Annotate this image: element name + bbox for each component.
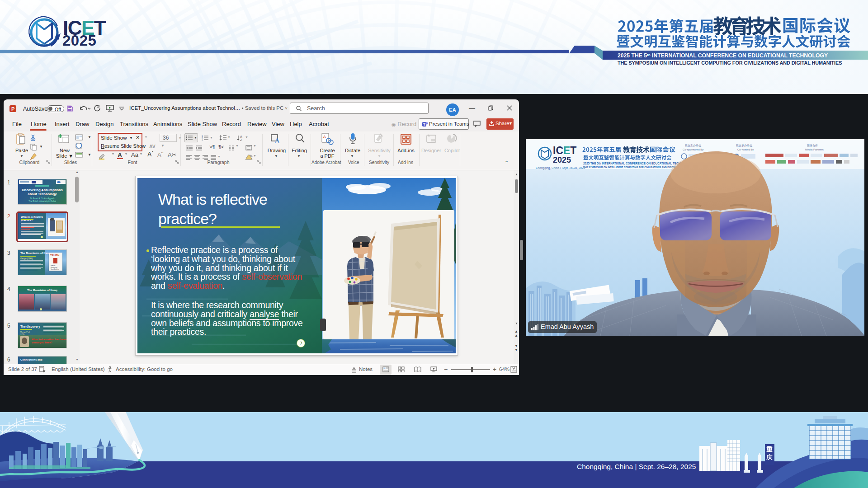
svg-text:3: 3 — [202, 139, 203, 141]
svg-text:A: A — [323, 135, 326, 139]
svg-text:THE SYMPOSIUM ON INTELLIGENT C: THE SYMPOSIUM ON INTELLIGENT COMPUTING F… — [618, 60, 842, 66]
svg-text:Chongqing, China | Sept. 26–28: Chongqing, China | Sept. 26–28, 2025 — [577, 463, 696, 470]
svg-text:Co-sponsored By: Co-sponsored By — [683, 148, 703, 151]
svg-text:Co-hosted By: Co-hosted By — [737, 148, 754, 151]
svg-text:Chongqing, China / Sept. 26-28: Chongqing, China / Sept. 26-28, 2025 — [536, 166, 585, 170]
svg-text:媒体合作: 媒体合作 — [807, 144, 818, 147]
svg-text:联合主办单位: 联合主办单位 — [685, 144, 701, 147]
svg-text:A: A — [240, 135, 242, 138]
svg-text:Z: Z — [240, 138, 242, 141]
svg-text:ICET: ICET — [553, 145, 576, 156]
svg-text:A: A — [274, 136, 280, 145]
svg-text:2025: 2025 — [553, 155, 571, 164]
svg-text:Media Partners: Media Partners — [805, 148, 824, 151]
svg-text:联合承办单位: 联合承办单位 — [736, 144, 752, 147]
svg-text:2025: 2025 — [62, 32, 96, 49]
svg-text:P: P — [11, 106, 14, 112]
svg-text:T: T — [423, 122, 425, 127]
